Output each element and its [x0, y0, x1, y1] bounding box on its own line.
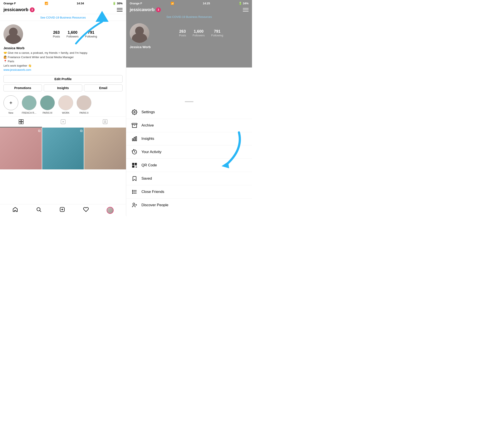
carrier-right: Orange F — [130, 2, 142, 5]
highlight-paris2[interactable]: PARIS II — [77, 95, 91, 114]
username-container-left: jessicaworb 3 — [3, 7, 35, 12]
bio-link-left[interactable]: www.jessicaworb.com — [3, 68, 31, 71]
insights-button[interactable]: Insights — [44, 84, 82, 92]
post-thumb-1[interactable]: ⧉ — [0, 128, 42, 169]
right-panel: Orange F 📶 14:25 🔋 34% jessicaworb 3 See… — [126, 0, 252, 216]
settings-icon — [131, 109, 137, 115]
following-label-right: Following — [211, 34, 223, 37]
tab-reels[interactable] — [42, 117, 84, 127]
closefriends-label: Close Friends — [142, 190, 164, 194]
menu-item-archive[interactable]: Archive — [126, 119, 252, 132]
nav-heart[interactable] — [83, 207, 89, 214]
stat-posts-left: 263 Posts — [53, 30, 60, 38]
svg-marker-38 — [132, 193, 133, 193]
highlight-circle-paris3[interactable] — [40, 95, 55, 110]
post-thumb-2[interactable]: ⧉ — [42, 128, 84, 169]
promotions-button[interactable]: Promotions — [3, 84, 42, 92]
qr-label: QR Code — [142, 163, 157, 167]
activity-icon — [131, 149, 137, 155]
saved-icon — [131, 175, 137, 182]
menu-item-activity[interactable]: Your Activity — [126, 146, 252, 159]
highlight-french[interactable]: FRENCH RI... — [22, 95, 36, 114]
highlight-label-paris3: PARIS III — [43, 111, 52, 114]
menu-item-qr[interactable]: QR Code — [126, 159, 252, 172]
menu-item-discover[interactable]: Discover People — [126, 199, 252, 212]
highlight-circle-new[interactable]: + — [3, 95, 18, 110]
menu-item-insights[interactable]: Insights — [126, 132, 252, 146]
stat-following-right: 791 Following — [211, 29, 223, 37]
svg-point-7 — [104, 121, 106, 122]
stats-row-right: 263 Posts 1,600 Followers 791 Following — [154, 29, 249, 37]
highlight-paris3[interactable]: PARIS III — [40, 95, 55, 114]
svg-rect-2 — [19, 122, 21, 124]
menu-panel: Settings Archive Insights — [126, 99, 252, 216]
multi-icon-2: ⧉ — [80, 129, 82, 133]
menu-button-left[interactable] — [117, 8, 123, 11]
highlight-label-paris2: PARIS II — [80, 111, 88, 114]
svg-rect-16 — [132, 123, 137, 124]
nav-home[interactable] — [12, 207, 18, 214]
svg-rect-26 — [135, 164, 136, 164]
insights-icon — [131, 136, 137, 142]
battery-right: 🔋 34% — [239, 2, 249, 5]
menu-item-saved[interactable]: Saved — [126, 172, 252, 185]
settings-label: Settings — [142, 110, 155, 114]
stat-followers-left: 1,600 Followers — [66, 30, 79, 38]
highlight-label-new: New — [9, 111, 13, 114]
post-thumb-3[interactable] — [84, 128, 126, 169]
highlight-circle-paris2[interactable] — [77, 95, 91, 110]
posts-count-right: 263 — [179, 29, 186, 34]
multi-icon-1: ⧉ — [38, 129, 40, 133]
following-label-left: Following — [85, 35, 97, 38]
highlight-circle-work[interactable] — [58, 95, 73, 110]
saved-label: Saved — [142, 176, 152, 181]
activity-label: Your Activity — [142, 150, 162, 154]
posts-label-right: Posts — [179, 34, 186, 37]
stat-following-left: 791 Following — [85, 30, 97, 38]
email-button[interactable]: Email — [84, 84, 123, 92]
menu-button-right[interactable] — [243, 8, 249, 11]
wifi-icon: 📶 — [45, 2, 48, 5]
closefriends-icon — [131, 189, 137, 195]
highlights-row: + New FRENCH RI... PARIS III WORK PARIS … — [0, 93, 126, 116]
nav-add[interactable] — [59, 207, 65, 214]
stat-followers-right: 1,600 Followers — [193, 29, 205, 37]
followers-label-right: Followers — [193, 34, 205, 37]
following-count-left: 791 — [88, 30, 94, 35]
svg-rect-19 — [134, 138, 135, 141]
discover-label: Discover People — [142, 203, 168, 207]
nav-search[interactable] — [36, 207, 42, 214]
svg-point-8 — [37, 208, 40, 211]
menu-item-settings[interactable]: Settings — [126, 106, 252, 119]
svg-rect-25 — [133, 164, 133, 164]
svg-rect-27 — [133, 166, 133, 167]
stat-posts-right: 263 Posts — [179, 29, 186, 37]
edit-profile-button[interactable]: Edit Profile — [3, 75, 123, 83]
covid-banner-right: See COVID-19 Business Resources — [126, 14, 252, 20]
notification-badge-left[interactable]: 3 — [30, 7, 35, 12]
followers-count-right: 1,600 — [194, 29, 203, 34]
archive-label: Archive — [142, 123, 154, 128]
stats-row-left: 263 Posts 1,600 Followers 791 Following — [27, 30, 123, 38]
qr-icon — [131, 162, 137, 168]
svg-rect-18 — [132, 139, 133, 141]
action-row: Promotions Insights Email — [3, 84, 123, 92]
time-left: 14:34 — [77, 2, 84, 5]
covid-link-left[interactable]: See COVID-19 Business Resources — [40, 16, 86, 19]
highlight-circle-french[interactable] — [22, 95, 36, 110]
carrier-left: Orange F — [3, 2, 16, 5]
avatar-right — [130, 23, 149, 43]
nav-profile[interactable] — [107, 207, 114, 214]
svg-line-9 — [40, 211, 41, 212]
tab-tagged[interactable] — [84, 117, 126, 127]
highlight-new[interactable]: + New — [3, 95, 18, 114]
svg-marker-5 — [63, 121, 64, 123]
tab-grid[interactable] — [0, 117, 42, 127]
notification-badge-right[interactable]: 3 — [156, 7, 161, 12]
wifi-icon-right: 📶 — [171, 2, 174, 5]
highlight-work[interactable]: WORK — [58, 95, 73, 114]
archive-icon — [131, 122, 137, 129]
highlight-label-work: WORK — [62, 111, 69, 114]
menu-item-closefriends[interactable]: Close Friends — [126, 185, 252, 199]
svg-point-39 — [133, 203, 135, 205]
